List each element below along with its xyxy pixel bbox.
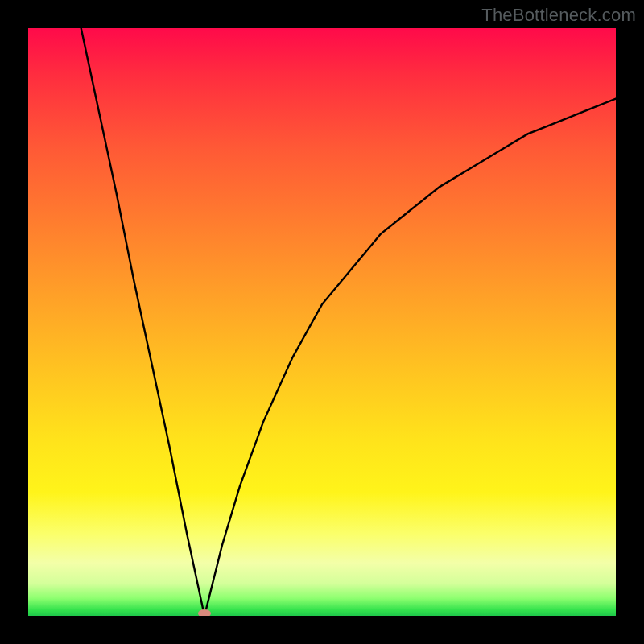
curve-left-branch (81, 28, 204, 616)
curve-layer (28, 28, 616, 616)
curve-right-branch (204, 99, 616, 616)
plot-area (28, 28, 616, 616)
watermark-text: TheBottleneck.com (481, 5, 636, 26)
chart-stage: TheBottleneck.com (0, 0, 644, 644)
minimum-marker (198, 609, 211, 616)
